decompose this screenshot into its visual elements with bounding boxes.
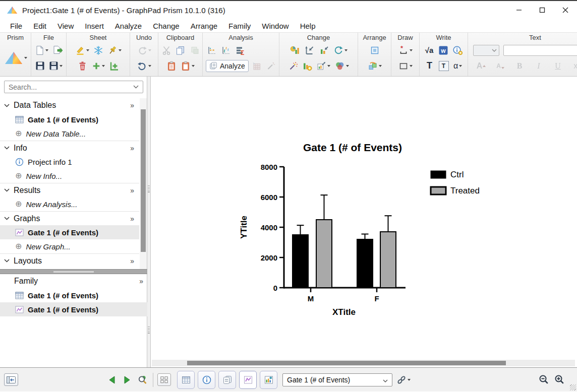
bring-to-front-button[interactable]	[369, 43, 381, 57]
save-as-button[interactable]	[48, 59, 64, 73]
sidebar-item-new-analysis[interactable]: ⊕ New Analysis...	[0, 197, 139, 211]
cut-button[interactable]	[160, 43, 172, 57]
greek-symbol-button[interactable]: α	[452, 59, 464, 73]
horizontal-scrollbar[interactable]	[152, 360, 575, 366]
save-button[interactable]	[34, 59, 46, 73]
new-sheet-family-button[interactable]	[108, 59, 120, 73]
graph-title[interactable]: Gate 1 (# of Events)	[303, 142, 402, 153]
graph-page[interactable]: 02000400060008000MFGate 1 (# of Events)X…	[151, 77, 577, 367]
bar-treated-f[interactable]	[380, 232, 396, 288]
section-graphs[interactable]: Graphs »	[0, 211, 139, 225]
y-axis-title[interactable]: YTitle	[239, 216, 249, 239]
menu-window[interactable]: Window	[256, 21, 294, 31]
apply-analysis-button[interactable]	[251, 59, 263, 73]
section-data-tables[interactable]: Data Tables »	[0, 98, 139, 112]
change-graph-type-button[interactable]	[288, 43, 301, 57]
underline-button[interactable]: U	[552, 59, 564, 73]
legend-swatch-treated[interactable]	[431, 187, 446, 194]
search-box[interactable]	[4, 81, 143, 93]
draw-shape-button[interactable]	[397, 59, 414, 73]
copy-button[interactable]	[175, 43, 187, 57]
paste-special-button[interactable]	[189, 43, 201, 57]
paste-button[interactable]	[165, 59, 178, 73]
sidebar-item-new-graph[interactable]: ⊕ New Graph...	[0, 239, 139, 253]
sidebar-item-new-info[interactable]: ⊕ New Info...	[0, 169, 139, 183]
send-to-word-button[interactable]: w	[437, 43, 449, 57]
find-sheet-button[interactable]	[136, 374, 149, 386]
graph-size-button[interactable]	[315, 59, 331, 73]
horizontal-scrollbar-thumb[interactable]	[187, 361, 506, 365]
increase-font-button[interactable]: A	[475, 59, 487, 73]
x-axis-title[interactable]: XTitle	[332, 307, 356, 317]
bold-button[interactable]: B	[513, 59, 526, 73]
italic-button[interactable]: I	[533, 59, 545, 73]
pin-sheet-button[interactable]	[106, 43, 123, 57]
change-axes-button[interactable]	[303, 43, 316, 57]
decrease-font-button[interactable]: A	[494, 59, 506, 73]
menu-view[interactable]: View	[52, 21, 79, 31]
sheet-gallery-button[interactable]	[157, 373, 171, 386]
font-size-select[interactable]	[473, 45, 499, 56]
equation-button[interactable]: √a	[423, 43, 435, 57]
legend-label[interactable]: Treated	[450, 186, 480, 195]
text-tool-button[interactable]: T	[424, 59, 436, 73]
zoom-in-button[interactable]	[553, 373, 566, 386]
section-more-button[interactable]: »	[130, 257, 134, 265]
t-test-button[interactable]: ttt	[220, 43, 232, 57]
magic-wand-button[interactable]	[287, 59, 299, 73]
paste-options-button[interactable]	[180, 59, 196, 73]
sidebar-item-project-info[interactable]: Project info 1	[0, 155, 139, 169]
sidebar-item-data-table-gate1[interactable]: Gate 1 (# of Events)	[0, 112, 139, 126]
zoom-out-button[interactable]	[538, 373, 550, 386]
freeze-sheet-button[interactable]	[92, 43, 104, 57]
section-results[interactable]: Results »	[0, 183, 139, 197]
menu-insert[interactable]: Insert	[79, 21, 109, 31]
family-item-data-table[interactable]: Gate 1 (# of Events)	[0, 288, 147, 302]
section-more-button[interactable]: »	[130, 215, 134, 223]
section-more-button[interactable]: »	[130, 144, 134, 152]
analyze-button[interactable]: Analyze	[206, 60, 249, 72]
section-info[interactable]: Info »	[0, 141, 139, 155]
menu-file[interactable]: File	[5, 21, 28, 31]
tab-results[interactable]	[218, 371, 236, 389]
change-order-button[interactable]	[318, 43, 330, 57]
rename-sheet-button[interactable]	[74, 43, 90, 57]
section-more-button[interactable]: »	[130, 186, 134, 194]
bar-ctrl-m[interactable]	[293, 235, 308, 288]
color-scheme-button[interactable]	[333, 59, 350, 73]
sidebar-item-graph-gate1[interactable]: Gate 1 (# of Events)	[0, 225, 139, 239]
tab-data-tables[interactable]	[177, 371, 195, 389]
menu-family[interactable]: Family	[223, 21, 256, 31]
legend-label[interactable]: Ctrl	[450, 170, 464, 179]
menu-analyze[interactable]: Analyze	[109, 21, 147, 31]
family-item-graph[interactable]: Gate 1 (# of Events)	[0, 302, 147, 316]
sheet-selector[interactable]: Gate 1 (# of Events)	[282, 373, 392, 386]
redo-button[interactable]	[136, 43, 152, 57]
sidebar-scrollbar-thumb[interactable]	[141, 109, 146, 252]
text-box-button[interactable]: T	[438, 59, 450, 73]
superscript-button[interactable]: x²	[571, 59, 577, 73]
curve-fit-button[interactable]	[206, 43, 218, 57]
rotate-flip-button[interactable]	[367, 59, 383, 73]
annotation-button[interactable]: *	[397, 43, 414, 57]
tab-info[interactable]	[198, 371, 215, 389]
search-input[interactable]	[9, 83, 133, 91]
add-data-button[interactable]	[301, 59, 313, 73]
panel-splitter[interactable]	[0, 269, 147, 274]
section-layouts[interactable]: Layouts »	[0, 253, 139, 268]
minimize-button[interactable]	[507, 1, 531, 19]
font-name-field[interactable]	[503, 45, 577, 56]
tab-layouts[interactable]	[260, 371, 277, 389]
bar-treated-m[interactable]	[316, 220, 332, 288]
delete-sheet-button[interactable]	[77, 59, 89, 73]
menu-change[interactable]: Change	[147, 21, 185, 31]
new-info-button[interactable]	[451, 43, 464, 57]
undo-button[interactable]	[136, 59, 152, 73]
sidebar-resize-handle[interactable]	[147, 77, 151, 367]
new-sheet-button[interactable]	[91, 59, 106, 73]
bar-ctrl-f[interactable]	[357, 239, 373, 288]
wizard-button[interactable]	[265, 59, 277, 73]
prism-menu-button[interactable]	[3, 51, 28, 65]
back-button[interactable]	[106, 374, 118, 385]
menu-arrange[interactable]: Arrange	[185, 21, 223, 31]
